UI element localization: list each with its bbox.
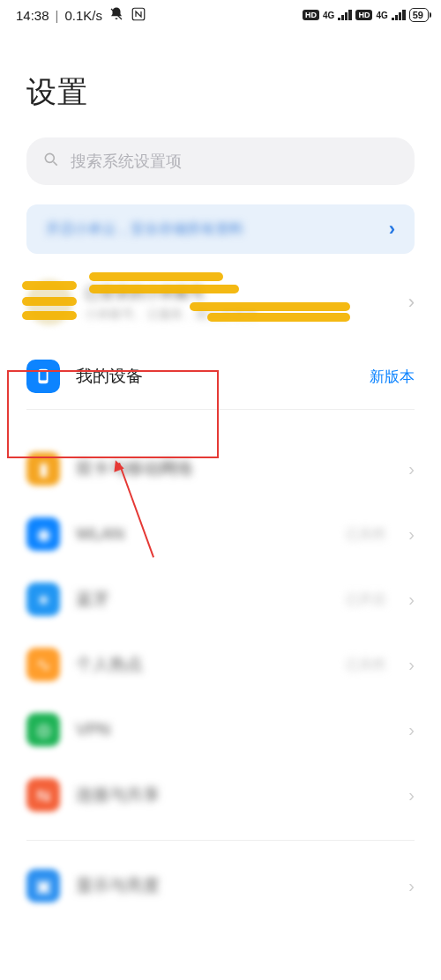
my-device-label: 我的设备: [76, 365, 354, 388]
svg-rect-3: [40, 371, 46, 381]
status-left: 14:38 | 0.1K/s: [16, 6, 146, 25]
status-sep: |: [56, 8, 59, 23]
chevron-right-icon: ›: [408, 785, 415, 806]
sim-row[interactable]: ▮ 双卡与移动网络 ›: [0, 436, 441, 501]
svg-point-1: [45, 153, 54, 162]
chevron-right-icon: ›: [408, 590, 415, 610]
sim-icon: ▮: [26, 452, 60, 486]
hotspot-icon: ∿: [26, 648, 60, 681]
sim-label: 双卡与移动网络: [76, 457, 385, 480]
vpn-row[interactable]: ◎ VPN ›: [0, 697, 441, 762]
bluetooth-label: 蓝牙: [76, 588, 330, 611]
hd-badge-1: HD: [303, 10, 319, 20]
hotspot-status: 已关闭: [346, 657, 385, 673]
tethering-row[interactable]: ▣ 显示与亮度 ›: [0, 853, 441, 918]
chevron-right-icon: ›: [408, 291, 415, 314]
hd-badge-2: HD: [355, 10, 372, 20]
search-input[interactable]: [71, 152, 399, 171]
sim2-4g: 4G: [376, 11, 387, 20]
search-bar[interactable]: [26, 137, 415, 185]
bluetooth-row[interactable]: ∗ 蓝牙 已开启 ›: [0, 567, 441, 632]
signal-icon-1: [338, 8, 352, 23]
status-right: HD 4G HD 4G 59: [303, 8, 429, 23]
divider: [26, 409, 415, 410]
sim1-4g: 4G: [323, 11, 334, 20]
device-icon: [26, 360, 60, 393]
wlan-label: WLAN: [76, 524, 330, 544]
vpn-label: VPN: [76, 720, 385, 739]
chevron-right-icon: ›: [408, 720, 415, 740]
tethering-label: 显示与亮度: [76, 874, 385, 897]
nfc-icon: [131, 6, 146, 25]
share-icon: ⇆: [26, 778, 60, 812]
share-row[interactable]: ⇆ 连接与共享 ›: [0, 762, 441, 828]
cloud-banner[interactable]: 开启小米云，安全存储所有资料 ›: [26, 204, 415, 254]
tethering-icon: ▣: [26, 869, 60, 902]
bluetooth-status: 已开启: [346, 591, 385, 608]
status-net-speed: 0.1K/s: [64, 8, 102, 23]
divider: [26, 840, 415, 841]
signal-icon-2: [392, 8, 406, 23]
account-row[interactable]: 已登录的小米账号 小米账号、云服务、家人共享等 ›: [26, 273, 415, 331]
wlan-status: 已关闭: [346, 526, 385, 543]
my-device-row[interactable]: 我的设备 新版本: [0, 344, 441, 409]
cloud-banner-text: 开启小米云，安全存储所有资料: [46, 220, 377, 239]
chevron-right-icon: ›: [408, 876, 415, 896]
page-title: 设置: [0, 30, 441, 137]
new-version-badge: 新版本: [370, 367, 415, 387]
wifi-icon: ◉: [26, 517, 60, 551]
bluetooth-icon: ∗: [26, 583, 60, 616]
chevron-right-icon: ›: [408, 524, 415, 545]
wlan-row[interactable]: ◉ WLAN 已关闭 ›: [0, 501, 441, 567]
share-label: 连接与共享: [76, 783, 385, 806]
search-icon: [42, 151, 60, 172]
chevron-right-icon: ›: [408, 655, 415, 675]
hotspot-label: 个人热点: [76, 653, 330, 676]
chevron-right-icon: ›: [389, 218, 395, 241]
hotspot-row[interactable]: ∿ 个人热点 已关闭 ›: [0, 632, 441, 697]
status-bar: 14:38 | 0.1K/s HD 4G HD 4G 59: [0, 0, 441, 30]
mute-icon: [108, 6, 124, 25]
vpn-icon: ◎: [26, 713, 60, 746]
status-time: 14:38: [16, 8, 49, 23]
chevron-right-icon: ›: [408, 459, 415, 479]
battery-indicator: 59: [409, 8, 429, 22]
